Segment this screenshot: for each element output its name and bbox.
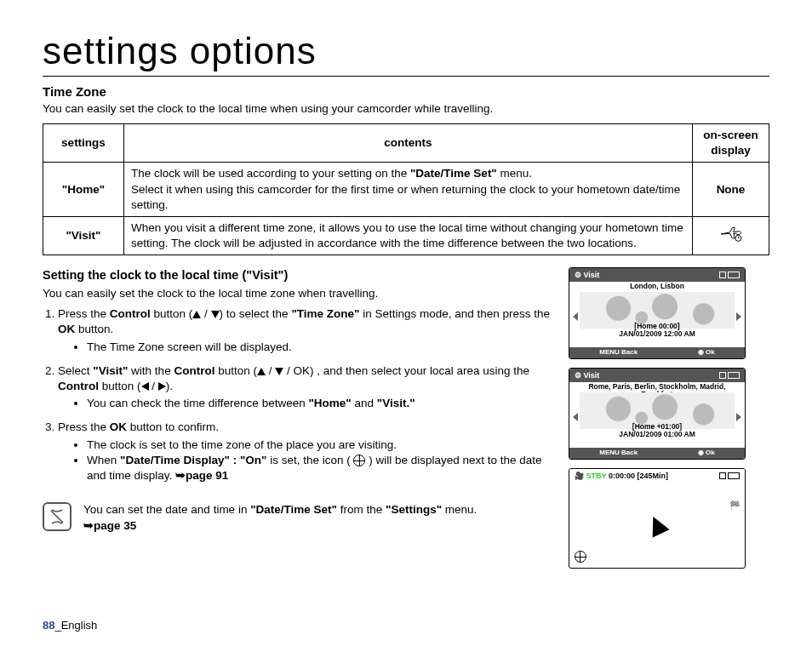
left-triangle-icon [141, 382, 149, 391]
step-2: Select "Visit" with the Control button (… [58, 363, 553, 412]
right-arrow-icon [736, 312, 741, 321]
contents-visit: When you visit a different time zone, it… [124, 216, 693, 255]
flag-icon: 🏁 [729, 500, 740, 512]
right-arrow-icon [736, 413, 741, 421]
up-triangle-icon [192, 311, 201, 318]
note: You can set the date and time in "Date/T… [43, 502, 553, 533]
thumb2-title: Visit [584, 371, 600, 380]
plane-clock-icon [693, 216, 769, 255]
setting-visit: "Visit" [43, 216, 124, 255]
left-arrow-icon [573, 413, 578, 421]
page-number: 88 [43, 619, 54, 632]
step1-bullet: The Time Zone screen will be displayed. [87, 340, 553, 355]
section-heading: Time Zone [43, 83, 769, 100]
stby-remain: [245Min] [637, 472, 668, 480]
display-home: None [693, 163, 769, 217]
subsection-intro: You can easily set the clock to the loca… [43, 286, 553, 301]
section-intro: You can easily set the clock to the loca… [43, 101, 769, 117]
thumb1-dt: JAN/01/2009 12:00 AM [569, 330, 745, 338]
timezone-table: settings contents on-screen display "Hom… [43, 123, 769, 256]
thumb1-city: London, Lisbon [569, 283, 745, 290]
compass-icon [644, 513, 669, 538]
page-footer: 88_English [43, 618, 97, 633]
table-row: "Home" The clock will be used according … [43, 163, 769, 217]
screen-visit-1: ⚙ Visit London, Lisbon [Home 00:00] JAN/… [569, 267, 746, 359]
step2-bullet: You can check the time difference betwee… [87, 396, 553, 411]
note-icon [43, 502, 71, 531]
stby-label: STBY [586, 472, 607, 480]
step-3: Press the OK button to confirm. The cloc… [58, 420, 553, 483]
contents-home: The clock will be used according to your… [124, 163, 693, 217]
left-arrow-icon [573, 312, 578, 321]
right-triangle-icon [158, 382, 166, 391]
page-title: settings options [43, 26, 769, 77]
screen-visit-2: ⚙ Visit Rome, Paris, Berlin, Stockholm, … [569, 368, 746, 460]
down-triangle-icon [211, 311, 220, 318]
subsection-heading: Setting the clock to the local time ("Vi… [43, 267, 553, 284]
page-lang: _English [54, 619, 97, 632]
step3-bullet2: When "Date/Time Display" : "On" is set, … [87, 453, 553, 483]
up-triangle-icon [257, 368, 266, 375]
step3-bullet1: The clock is set to the time zone of the… [87, 438, 553, 453]
thumb1-title: Visit [584, 271, 600, 279]
globe-clock-icon [353, 455, 365, 466]
globe-small-icon [575, 550, 586, 563]
table-row: "Visit" When you visit a different time … [43, 216, 769, 255]
thumb2-dt: JAN/01/2009 01:00 AM [569, 431, 745, 438]
th-settings: settings [43, 123, 124, 162]
setting-home: "Home" [43, 163, 124, 217]
down-triangle-icon [275, 368, 283, 375]
th-contents: contents [124, 123, 693, 162]
step-1: Press the Control button ( / ) to select… [58, 306, 553, 355]
stby-time: 0:00:00 [609, 472, 635, 480]
th-display: on-screen display [693, 123, 769, 162]
steps-list: Press the Control button ( / ) to select… [58, 306, 553, 483]
screen-stby: 🎥 STBY 0:00:00 [245Min] 🏁 [569, 468, 746, 569]
note-text: You can set the date and time in "Date/T… [83, 502, 477, 533]
